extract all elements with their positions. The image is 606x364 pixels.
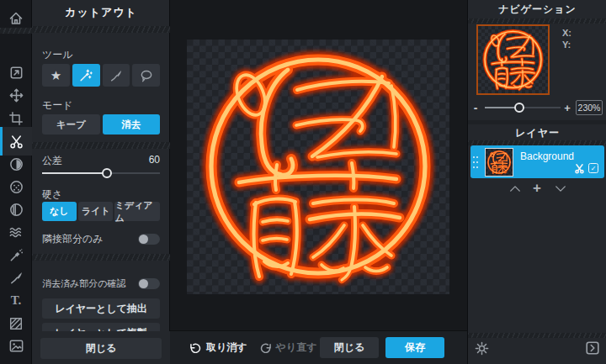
text-tool-icon: T. xyxy=(11,293,22,308)
layer-drag-handle-icon[interactable] xyxy=(472,155,479,170)
iconbar-divider xyxy=(0,28,32,34)
hardness-buttons: なし ライト ミディアム xyxy=(42,202,160,221)
collapse-panel-icon xyxy=(586,341,599,355)
sidebar-item-image[interactable] xyxy=(0,335,32,357)
cursor-x-label: X: xyxy=(562,28,571,38)
canvas-close-button[interactable]: 閉じる xyxy=(320,337,379,358)
hardness-none-button[interactable]: なし xyxy=(42,202,77,221)
reveal-row: 消去済み部分の確認 xyxy=(42,277,160,290)
pixlr-editor-window: T. カットアウト × ツール ★ モード xyxy=(0,0,606,364)
settings-button[interactable] xyxy=(475,341,489,356)
sidebar-item-filter[interactable] xyxy=(0,198,32,221)
navigation-title: ナビゲーション xyxy=(468,0,606,18)
sidebar-item-frame[interactable] xyxy=(0,312,32,335)
zoom-value[interactable]: 230% xyxy=(576,100,603,115)
liquify-icon xyxy=(8,224,24,240)
chevron-down-icon xyxy=(555,185,566,193)
layer-thumbnail xyxy=(485,148,513,177)
layer-visibility-checkbox[interactable]: ✓ xyxy=(588,163,598,173)
contiguous-row: 隣接部分のみ xyxy=(42,232,160,246)
panel-title: カットアウト xyxy=(32,0,170,25)
save-button[interactable]: 保存 xyxy=(385,337,444,358)
image-canvas[interactable] xyxy=(187,40,449,294)
layer-row-background[interactable]: Background ✓ xyxy=(470,145,604,178)
panel-divider xyxy=(32,26,170,33)
tool-buttons: ★ xyxy=(42,64,160,87)
sidebar-item-crop[interactable] xyxy=(0,107,32,129)
sidebar-item-arrange[interactable] xyxy=(0,61,32,84)
sidebar-item-adjust[interactable] xyxy=(0,153,32,176)
sidebar-item-text[interactable]: T. xyxy=(0,289,32,312)
extract-as-layer-button[interactable]: レイヤーとして抽出 xyxy=(42,298,160,319)
panel-divider xyxy=(32,142,170,149)
zoom-in-button[interactable]: + xyxy=(562,100,572,115)
mode-buttons: キープ 消去 xyxy=(42,114,160,135)
hardness-light-button[interactable]: ライト xyxy=(78,202,113,221)
tool-iconbar: T. xyxy=(0,0,32,364)
hardness-medium-button[interactable]: ミディアム xyxy=(114,202,160,221)
mode-erase-button[interactable]: 消去 xyxy=(103,114,161,135)
star-tool-button[interactable]: ★ xyxy=(42,64,70,87)
layer-move-down-button[interactable] xyxy=(551,182,570,195)
retouch-icon xyxy=(8,179,24,195)
mode-keep-button[interactable]: キープ xyxy=(42,114,100,135)
zoom-out-button[interactable]: - xyxy=(471,100,480,115)
sidebar-item-cutout[interactable] xyxy=(0,127,32,156)
right-panel: ナビゲーション X: Y: - + 230% レイヤー Background ✓ xyxy=(467,0,606,364)
sidebar-item-liquify[interactable] xyxy=(0,221,32,244)
cutout-panel: カットアウト × ツール ★ モード キープ 消去 公差 60 xyxy=(32,0,170,364)
add-layer-button[interactable]: + xyxy=(528,182,546,195)
canvas-area[interactable]: 取り消す やり直す 閉じる 保存 xyxy=(170,0,467,364)
magic-wand-tool-button[interactable] xyxy=(72,64,100,87)
panel-divider xyxy=(468,333,606,338)
gear-icon xyxy=(475,341,489,356)
zoom-slider-knob[interactable] xyxy=(514,103,524,113)
sidebar-item-move[interactable] xyxy=(0,84,32,107)
undo-button[interactable]: 取り消す xyxy=(189,340,247,355)
navigation-thumbnail[interactable] xyxy=(476,24,550,95)
contiguous-label: 隣接部分のみ xyxy=(42,232,104,246)
star-icon: ★ xyxy=(50,68,61,83)
sidebar-item-heal[interactable] xyxy=(0,244,32,266)
lasso-tool-button[interactable] xyxy=(132,64,160,87)
home-button[interactable] xyxy=(0,7,32,29)
undo-icon xyxy=(189,342,202,353)
contiguous-toggle[interactable] xyxy=(138,234,160,245)
cursor-y-label: Y: xyxy=(562,40,571,50)
layers-title: レイヤー xyxy=(468,124,606,141)
adjust-icon xyxy=(8,156,24,172)
tolerance-slider-knob[interactable] xyxy=(102,168,112,178)
reveal-toggle[interactable] xyxy=(138,278,160,289)
panel-footer: 閉じる xyxy=(32,331,170,364)
scissors-icon xyxy=(8,134,24,150)
chevron-up-icon xyxy=(509,185,521,193)
home-icon xyxy=(8,10,24,27)
layer-move-up-button[interactable] xyxy=(506,182,524,195)
zoom-slider[interactable] xyxy=(485,102,561,113)
layer-name: Background xyxy=(513,145,574,162)
sidebar-item-draw[interactable] xyxy=(0,266,32,289)
layer-thumbnail-image xyxy=(486,149,513,176)
mode-label: モード xyxy=(42,98,160,113)
tolerance-slider[interactable] xyxy=(42,167,160,179)
redo-button[interactable]: やり直す xyxy=(259,340,317,355)
arrange-icon xyxy=(8,65,24,81)
tolerance-label: 公差 xyxy=(42,154,62,168)
brush-tool-button[interactable] xyxy=(103,64,130,87)
canvas-footer: 取り消す やり直す 閉じる 保存 xyxy=(170,330,467,364)
filter-icon xyxy=(8,202,24,218)
tolerance-value: 60 xyxy=(149,154,160,168)
magic-wand-icon xyxy=(78,68,93,83)
tools-label: ツール xyxy=(42,48,160,62)
panel-divider xyxy=(468,18,606,24)
navigation-thumbnail-image xyxy=(478,26,548,93)
brush-tool-icon xyxy=(109,68,124,83)
collapse-panel-button[interactable] xyxy=(586,341,599,355)
heal-spray-icon xyxy=(8,247,24,263)
frame-icon xyxy=(8,316,24,331)
panel-close-bottom-button[interactable]: 閉じる xyxy=(40,338,162,359)
move-icon xyxy=(8,87,24,103)
image-icon xyxy=(8,338,24,354)
sidebar-item-retouch[interactable] xyxy=(0,176,32,198)
layer-cutout-scissors-icon[interactable] xyxy=(574,163,585,174)
